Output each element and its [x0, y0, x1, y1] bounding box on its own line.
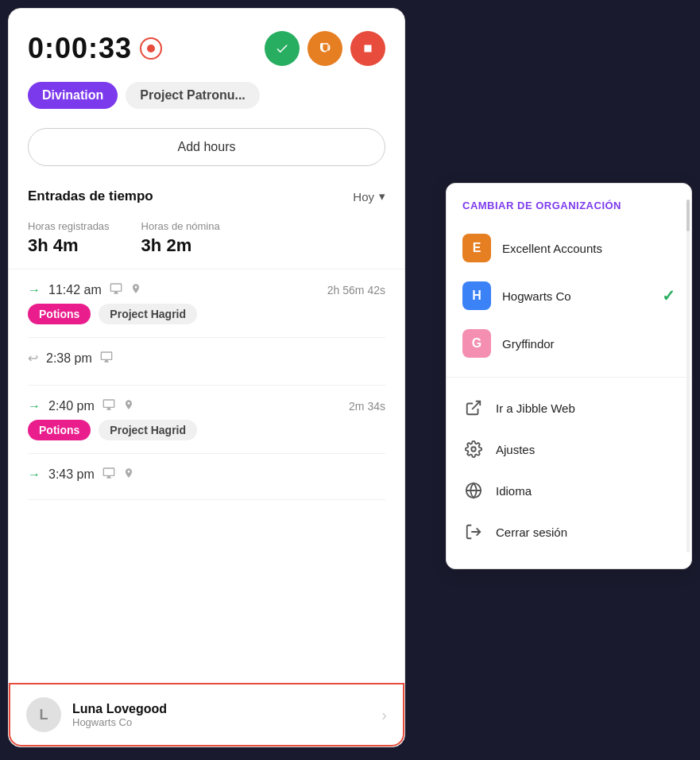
- user-bar[interactable]: L Luna Lovegood Hogwarts Co ›: [9, 683, 404, 746]
- coffee-button[interactable]: [307, 31, 342, 66]
- active-tag[interactable]: Divination: [28, 82, 118, 109]
- section-title: Entradas de tiempo: [28, 188, 153, 204]
- stop-button[interactable]: [350, 31, 385, 66]
- entry-1-subject-tag[interactable]: Potions: [28, 304, 91, 324]
- filter-label: Hoy: [353, 190, 374, 204]
- settings-icon: [462, 438, 485, 460]
- divider: [447, 377, 691, 378]
- entry-3-top: → 2:40 pm 2m 34s: [28, 398, 385, 413]
- timer-text: 0:00:33: [28, 32, 132, 65]
- time-entry-4: → 3:43 pm: [28, 454, 385, 500]
- svg-rect-0: [365, 45, 372, 52]
- user-info: L Luna Lovegood Hogwarts Co: [26, 697, 167, 732]
- org-name-hogwarts: Hogwarts Co: [502, 289, 651, 303]
- entry-1-project-tag[interactable]: Project Hagrid: [99, 304, 197, 324]
- entry-in-icon-3: →: [28, 399, 41, 413]
- svg-line-1: [472, 401, 480, 409]
- entry-1-tags: Potions Project Hagrid: [28, 304, 385, 324]
- section-header: Entradas de tiempo Hoy ▾: [9, 182, 404, 214]
- entry-1-duration: 2h 56m 42s: [327, 284, 385, 297]
- payroll-label: Horas de nómina: [141, 220, 220, 232]
- time-entry-3: → 2:40 pm 2m 34s Potions Project Hagrid: [28, 386, 385, 454]
- stats-row: Horas registradas 3h 4m Horas de nómina …: [9, 214, 404, 269]
- project-tag[interactable]: Project Patronu...: [126, 82, 259, 109]
- entry-2-left: ↩ 2:38 pm: [28, 351, 113, 366]
- filter-button[interactable]: Hoy ▾: [353, 189, 385, 204]
- entry-out-icon: ↩: [28, 351, 38, 366]
- entry-3-left: → 2:40 pm: [28, 398, 134, 413]
- entry-3-time: 2:40 pm: [48, 399, 95, 413]
- org-name-gryffindor: Gryffindor: [502, 337, 675, 351]
- menu-item-jibble-web[interactable]: Ir a Jibble Web: [447, 387, 691, 428]
- entry-1-time: 11:42 am: [48, 283, 102, 297]
- payroll-hours: Horas de nómina 3h 2m: [141, 220, 220, 256]
- org-name-excellent: Excellent Accounts: [502, 242, 675, 255]
- org-item-excellent[interactable]: E Excellent Accounts: [447, 224, 691, 272]
- controls: [265, 31, 385, 66]
- add-hours-container: Add hours: [9, 122, 404, 182]
- registered-value: 3h 4m: [28, 235, 110, 256]
- menu-item-ajustes[interactable]: Ajustes: [447, 428, 691, 470]
- play-button[interactable]: [265, 31, 300, 66]
- left-panel: 0:00:33 Divination Project Patr: [8, 8, 405, 747]
- pin-icon-4: [123, 467, 134, 481]
- registered-hours: Horas registradas 3h 4m: [28, 220, 110, 256]
- entry-3-subject-tag[interactable]: Potions: [28, 420, 91, 440]
- entry-4-top: → 3:43 pm: [28, 467, 385, 482]
- entry-2-time: 2:38 pm: [46, 351, 92, 366]
- org-switcher-panel: CAMBIAR DE ORGANIZACIÓN E Excellent Acco…: [446, 183, 692, 569]
- registered-label: Horas registradas: [28, 220, 110, 232]
- menu-item-idioma[interactable]: Idioma: [447, 470, 691, 511]
- active-checkmark: ✓: [662, 286, 675, 305]
- entry-1-top: → 11:42 am 2h 56m 42s: [28, 282, 385, 297]
- scrollbar-track: [686, 200, 690, 553]
- target-icon: [140, 37, 162, 60]
- entry-2-top: ↩ 2:38 pm: [28, 351, 385, 366]
- pin-icon-3: [123, 399, 134, 413]
- add-hours-button[interactable]: Add hours: [28, 128, 385, 166]
- idioma-label: Idioma: [496, 484, 532, 498]
- chevron-right-icon: ›: [381, 706, 387, 724]
- menu-item-cerrar-sesion[interactable]: Cerrar sesión: [447, 511, 691, 553]
- monitor-icon-3: [102, 398, 115, 413]
- org-avatar-excellent: E: [462, 234, 491, 262]
- user-org: Hogwarts Co: [72, 716, 167, 728]
- payroll-value: 3h 2m: [141, 235, 220, 256]
- org-switcher-title: CAMBIAR DE ORGANIZACIÓN: [447, 200, 691, 224]
- timer-header: 0:00:33: [9, 9, 404, 79]
- globe-icon: [462, 479, 485, 502]
- entry-3-project-tag[interactable]: Project Hagrid: [99, 420, 197, 440]
- logout-icon: [462, 521, 485, 543]
- org-item-hogwarts[interactable]: H Hogwarts Co ✓: [447, 272, 691, 320]
- entry-1-left: → 11:42 am: [28, 282, 141, 297]
- external-link-icon: [462, 397, 485, 419]
- jibble-web-label: Ir a Jibble Web: [496, 401, 575, 415]
- timer-display: 0:00:33: [28, 32, 162, 65]
- entry-in-icon-4: →: [28, 467, 41, 482]
- monitor-icon-2: [100, 351, 113, 366]
- chevron-down-icon: ▾: [379, 189, 385, 204]
- tags-row: Divination Project Patronu...: [9, 79, 404, 122]
- svg-point-2: [471, 447, 476, 452]
- user-name: Luna Lovegood: [72, 702, 167, 716]
- entry-4-time: 3:43 pm: [48, 467, 95, 482]
- org-avatar-hogwarts: H: [462, 281, 491, 310]
- org-item-gryffindor[interactable]: G Gryffindor: [447, 320, 691, 367]
- time-entry-1: → 11:42 am 2h 56m 42s Potions Project Ha…: [28, 269, 385, 338]
- time-entry-2: ↩ 2:38 pm: [28, 338, 385, 386]
- user-details: Luna Lovegood Hogwarts Co: [72, 702, 167, 728]
- cerrar-sesion-label: Cerrar sesión: [496, 525, 567, 539]
- entry-in-icon: →: [28, 283, 41, 297]
- monitor-icon-4: [102, 467, 115, 482]
- entry-3-duration: 2m 34s: [349, 400, 385, 413]
- scrollbar-thumb: [686, 200, 690, 231]
- org-avatar-gryffindor: G: [462, 329, 491, 358]
- pin-icon: [130, 283, 141, 297]
- entries-container: → 11:42 am 2h 56m 42s Potions Project Ha…: [9, 269, 404, 683]
- avatar: L: [26, 697, 61, 732]
- entry-3-tags: Potions Project Hagrid: [28, 420, 385, 440]
- monitor-icon: [110, 282, 122, 297]
- ajustes-label: Ajustes: [496, 443, 535, 456]
